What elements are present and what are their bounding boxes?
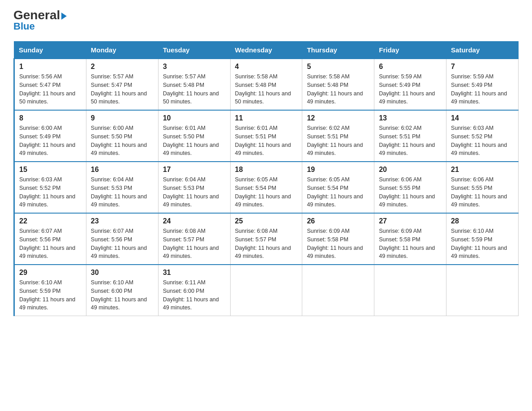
calendar-cell: 26Sunrise: 6:09 AMSunset: 5:58 PMDayligh… — [302, 213, 374, 265]
day-info: Sunrise: 6:08 AMSunset: 5:57 PMDaylight:… — [163, 227, 226, 261]
day-number: 3 — [163, 63, 226, 71]
day-number: 26 — [307, 217, 369, 225]
day-info: Sunrise: 6:02 AMSunset: 5:51 PMDaylight:… — [307, 124, 369, 158]
page-header: General Blue — [13, 9, 519, 32]
day-info: Sunrise: 5:57 AMSunset: 5:47 PMDaylight:… — [91, 73, 154, 106]
calendar-cell: 23Sunrise: 6:07 AMSunset: 5:56 PMDayligh… — [86, 213, 158, 265]
calendar-cell: 7Sunrise: 5:59 AMSunset: 5:49 PMDaylight… — [446, 59, 519, 110]
logo-text: General — [13, 9, 67, 21]
calendar-cell: 5Sunrise: 5:58 AMSunset: 5:48 PMDaylight… — [302, 59, 374, 110]
calendar-cell: 30Sunrise: 6:10 AMSunset: 6:00 PMDayligh… — [86, 265, 158, 316]
calendar-cell: 27Sunrise: 6:09 AMSunset: 5:58 PMDayligh… — [374, 213, 446, 265]
calendar-cell: 24Sunrise: 6:08 AMSunset: 5:57 PMDayligh… — [158, 213, 230, 265]
header-friday: Friday — [374, 42, 446, 59]
header-wednesday: Wednesday — [230, 42, 302, 59]
calendar-cell: 12Sunrise: 6:02 AMSunset: 5:51 PMDayligh… — [302, 110, 374, 162]
calendar-cell: 15Sunrise: 6:03 AMSunset: 5:52 PMDayligh… — [14, 162, 86, 213]
calendar-cell: 1Sunrise: 5:56 AMSunset: 5:47 PMDaylight… — [14, 59, 86, 110]
day-info: Sunrise: 6:09 AMSunset: 5:58 PMDaylight:… — [379, 227, 442, 261]
calendar-cell: 25Sunrise: 6:08 AMSunset: 5:57 PMDayligh… — [230, 213, 302, 265]
calendar-cell: 10Sunrise: 6:01 AMSunset: 5:50 PMDayligh… — [158, 110, 230, 162]
day-number: 18 — [235, 166, 298, 174]
calendar-cell — [446, 265, 519, 316]
day-info: Sunrise: 5:56 AMSunset: 5:47 PMDaylight:… — [19, 73, 82, 106]
calendar-cell: 19Sunrise: 6:05 AMSunset: 5:54 PMDayligh… — [302, 162, 374, 213]
calendar-cell: 6Sunrise: 5:59 AMSunset: 5:49 PMDaylight… — [374, 59, 446, 110]
day-number: 17 — [163, 166, 226, 174]
day-info: Sunrise: 6:09 AMSunset: 5:58 PMDaylight:… — [307, 227, 369, 261]
calendar-cell: 13Sunrise: 6:02 AMSunset: 5:51 PMDayligh… — [374, 110, 446, 162]
day-number: 12 — [307, 114, 369, 122]
calendar-cell: 18Sunrise: 6:05 AMSunset: 5:54 PMDayligh… — [230, 162, 302, 213]
header-monday: Monday — [86, 42, 158, 59]
day-info: Sunrise: 5:57 AMSunset: 5:48 PMDaylight:… — [163, 73, 226, 106]
calendar-cell: 4Sunrise: 5:58 AMSunset: 5:48 PMDaylight… — [230, 59, 302, 110]
header-sunday: Sunday — [14, 42, 86, 59]
calendar-cell: 9Sunrise: 6:00 AMSunset: 5:50 PMDaylight… — [86, 110, 158, 162]
day-info: Sunrise: 6:03 AMSunset: 5:52 PMDaylight:… — [451, 124, 514, 158]
week-row-3: 15Sunrise: 6:03 AMSunset: 5:52 PMDayligh… — [14, 162, 519, 213]
day-number: 15 — [19, 166, 82, 174]
day-info: Sunrise: 6:06 AMSunset: 5:55 PMDaylight:… — [379, 176, 442, 209]
calendar-cell: 14Sunrise: 6:03 AMSunset: 5:52 PMDayligh… — [446, 110, 519, 162]
week-row-2: 8Sunrise: 6:00 AMSunset: 5:49 PMDaylight… — [14, 110, 519, 162]
day-info: Sunrise: 6:07 AMSunset: 5:56 PMDaylight:… — [19, 227, 82, 261]
day-info: Sunrise: 5:58 AMSunset: 5:48 PMDaylight:… — [235, 73, 298, 106]
logo: General Blue — [13, 9, 67, 32]
calendar-cell — [374, 265, 446, 316]
day-number: 13 — [379, 114, 442, 122]
day-info: Sunrise: 6:04 AMSunset: 5:53 PMDaylight:… — [91, 176, 154, 209]
day-number: 31 — [163, 269, 226, 277]
calendar-cell: 22Sunrise: 6:07 AMSunset: 5:56 PMDayligh… — [14, 213, 86, 265]
day-info: Sunrise: 6:08 AMSunset: 5:57 PMDaylight:… — [235, 227, 298, 261]
day-number: 6 — [379, 63, 442, 71]
day-number: 8 — [19, 114, 82, 122]
day-number: 23 — [91, 217, 154, 225]
day-number: 19 — [307, 166, 369, 174]
day-info: Sunrise: 6:05 AMSunset: 5:54 PMDaylight:… — [307, 176, 369, 209]
day-info: Sunrise: 6:07 AMSunset: 5:56 PMDaylight:… — [91, 227, 154, 261]
day-info: Sunrise: 6:03 AMSunset: 5:52 PMDaylight:… — [19, 176, 82, 209]
day-number: 24 — [163, 217, 226, 225]
calendar-cell: 17Sunrise: 6:04 AMSunset: 5:53 PMDayligh… — [158, 162, 230, 213]
day-info: Sunrise: 5:58 AMSunset: 5:48 PMDaylight:… — [307, 73, 369, 106]
day-info: Sunrise: 5:59 AMSunset: 5:49 PMDaylight:… — [379, 73, 442, 106]
calendar-cell: 31Sunrise: 6:11 AMSunset: 6:00 PMDayligh… — [158, 265, 230, 316]
day-number: 10 — [163, 114, 226, 122]
day-number: 4 — [235, 63, 298, 71]
calendar-cell: 21Sunrise: 6:06 AMSunset: 5:55 PMDayligh… — [446, 162, 519, 213]
day-info: Sunrise: 6:06 AMSunset: 5:55 PMDaylight:… — [451, 176, 514, 209]
day-number: 5 — [307, 63, 369, 71]
header-tuesday: Tuesday — [158, 42, 230, 59]
day-number: 25 — [235, 217, 298, 225]
calendar-cell: 3Sunrise: 5:57 AMSunset: 5:48 PMDaylight… — [158, 59, 230, 110]
day-number: 11 — [235, 114, 298, 122]
day-info: Sunrise: 6:01 AMSunset: 5:50 PMDaylight:… — [163, 124, 226, 158]
calendar-cell: 29Sunrise: 6:10 AMSunset: 5:59 PMDayligh… — [14, 265, 86, 316]
calendar-cell: 28Sunrise: 6:10 AMSunset: 5:59 PMDayligh… — [446, 213, 519, 265]
day-info: Sunrise: 6:05 AMSunset: 5:54 PMDaylight:… — [235, 176, 298, 209]
day-info: Sunrise: 6:00 AMSunset: 5:50 PMDaylight:… — [91, 124, 154, 158]
logo-blue: Blue — [13, 21, 35, 32]
calendar-cell: 11Sunrise: 6:01 AMSunset: 5:51 PMDayligh… — [230, 110, 302, 162]
day-info: Sunrise: 6:01 AMSunset: 5:51 PMDaylight:… — [235, 124, 298, 158]
day-number: 14 — [451, 114, 514, 122]
day-number: 1 — [19, 63, 82, 71]
calendar-cell — [230, 265, 302, 316]
day-number: 22 — [19, 217, 82, 225]
day-number: 28 — [451, 217, 514, 225]
week-row-4: 22Sunrise: 6:07 AMSunset: 5:56 PMDayligh… — [14, 213, 519, 265]
day-info: Sunrise: 6:00 AMSunset: 5:49 PMDaylight:… — [19, 124, 82, 158]
day-number: 27 — [379, 217, 442, 225]
calendar-cell: 16Sunrise: 6:04 AMSunset: 5:53 PMDayligh… — [86, 162, 158, 213]
day-number: 20 — [379, 166, 442, 174]
week-row-1: 1Sunrise: 5:56 AMSunset: 5:47 PMDaylight… — [14, 59, 519, 110]
day-info: Sunrise: 6:10 AMSunset: 5:59 PMDaylight:… — [451, 227, 514, 261]
calendar-cell: 20Sunrise: 6:06 AMSunset: 5:55 PMDayligh… — [374, 162, 446, 213]
day-number: 9 — [91, 114, 154, 122]
day-number: 21 — [451, 166, 514, 174]
day-number: 29 — [19, 269, 82, 277]
day-info: Sunrise: 6:10 AMSunset: 6:00 PMDaylight:… — [91, 278, 154, 312]
week-row-5: 29Sunrise: 6:10 AMSunset: 5:59 PMDayligh… — [14, 265, 519, 316]
day-info: Sunrise: 6:02 AMSunset: 5:51 PMDaylight:… — [379, 124, 442, 158]
